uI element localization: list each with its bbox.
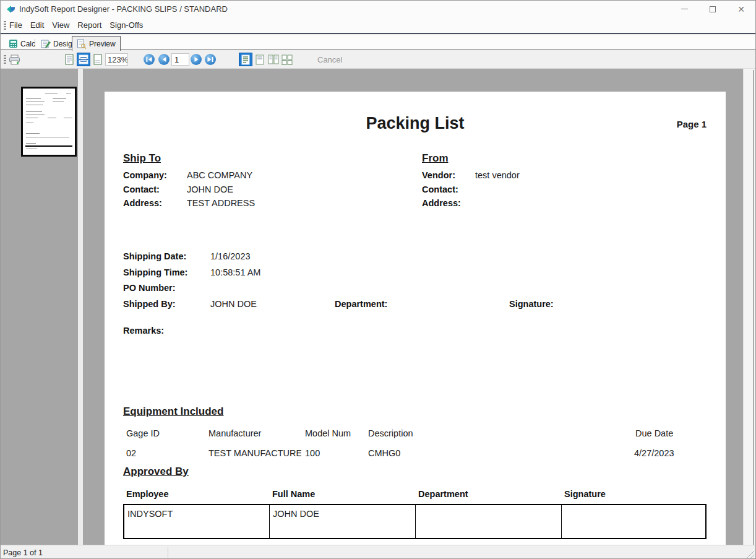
field-value: test vendor	[475, 170, 520, 180]
layout-single-page-button[interactable]	[239, 53, 252, 66]
report-title: Packing List	[105, 114, 726, 133]
minimize-button[interactable]	[670, 1, 698, 17]
field-value: TEST ADDRESS	[187, 198, 255, 208]
layout-continuous-button[interactable]	[253, 53, 267, 66]
menu-edit[interactable]: Edit	[30, 20, 44, 30]
last-page-icon	[207, 57, 213, 62]
approved-column-header: Department	[418, 489, 468, 499]
ship-to-heading: Ship To	[123, 152, 161, 165]
field-label: Shipping Date:	[123, 251, 186, 261]
preview-icon	[77, 39, 87, 49]
status-bar: Page 1 of 1	[1, 545, 755, 559]
equipment-column-header: Model Num	[305, 428, 351, 438]
tab-preview-label: Preview	[89, 40, 116, 48]
field-label: Address:	[123, 198, 162, 208]
field-label: Contact:	[422, 184, 458, 194]
cancel-button[interactable]: Cancel	[317, 55, 342, 64]
continuous-pages-icon	[256, 54, 264, 65]
next-page-icon	[194, 57, 199, 62]
signature-label: Signature:	[509, 299, 554, 309]
field-value: JOHN DOE	[187, 184, 233, 194]
approved-by-heading: Approved By	[123, 466, 189, 478]
tab-strip: Calc Design Preview	[1, 35, 755, 50]
approved-cell: INDYSOFT	[124, 505, 270, 538]
field-label: Address:	[422, 198, 461, 208]
app-icon	[6, 4, 16, 14]
print-button[interactable]	[7, 53, 23, 66]
layout-two-pages-button[interactable]	[267, 53, 280, 66]
equipment-cell: CMHG0	[368, 448, 400, 458]
status-page-text: Page 1 of 1	[3, 548, 43, 557]
tab-preview[interactable]: Preview	[72, 36, 121, 51]
field-value: JOHN DOE	[210, 299, 257, 309]
previous-page-button[interactable]	[158, 54, 170, 65]
equipment-heading: Equipment Included	[123, 405, 223, 418]
first-page-button[interactable]	[144, 54, 155, 65]
layout-multiple-pages-button[interactable]	[280, 53, 294, 66]
field-value: 10:58:51 AM	[210, 267, 260, 277]
zoom-level-field[interactable]: 123%	[105, 53, 128, 66]
zoom-page-width-button[interactable]	[77, 53, 90, 66]
approved-column-header: Signature	[564, 489, 606, 499]
last-page-button[interactable]	[205, 54, 216, 65]
page-number-input[interactable]	[171, 53, 189, 66]
approved-cell	[562, 505, 705, 538]
equipment-cell: 4/27/2023	[634, 448, 674, 458]
field-label: Shipping Time:	[123, 267, 187, 277]
title-bar: IndySoft Report Designer - PACKING SLIPS…	[1, 1, 755, 17]
window-title: IndySoft Report Designer - PACKING SLIPS…	[19, 4, 228, 14]
approved-cell: JOHN DOE	[270, 505, 416, 538]
menu-file[interactable]: File	[9, 20, 22, 30]
tab-calc-label: Calc	[20, 40, 35, 48]
printer-icon	[9, 54, 21, 65]
report-page-number: Page 1	[677, 119, 707, 129]
approved-cell	[416, 505, 562, 538]
approved-column-header: Employee	[126, 489, 169, 499]
app-window: IndySoft Report Designer - PACKING SLIPS…	[0, 0, 756, 559]
menu-gripper[interactable]	[4, 21, 6, 30]
zoom-100-button[interactable]	[91, 53, 105, 66]
scrollbar-track-line	[753, 70, 754, 545]
multiple-pages-icon	[281, 54, 293, 65]
equipment-column-header: Description	[368, 428, 413, 438]
thumbnail-panel	[1, 69, 78, 545]
vertical-scrollbar[interactable]	[743, 69, 756, 545]
fit-width-icon	[78, 54, 89, 64]
preview-toolbar: 123%	[1, 51, 755, 69]
menu-report[interactable]: Report	[77, 20, 101, 30]
content-area: Packing List Page 1 Ship To Company: ABC…	[1, 69, 756, 545]
resize-grip[interactable]	[745, 550, 754, 558]
equipment-column-header: Due Date	[635, 428, 673, 438]
maximize-button[interactable]	[698, 1, 727, 17]
equipment-column-header: Gage ID	[126, 428, 160, 438]
first-page-icon	[146, 57, 152, 62]
report-page: Packing List Page 1 Ship To Company: ABC…	[105, 92, 726, 545]
close-button[interactable]: ✕	[727, 1, 755, 17]
equipment-column-header: Manufacturer	[208, 428, 261, 438]
remarks-label: Remarks:	[123, 326, 164, 336]
menu-bar: File Edit View Report Sign-Offs	[1, 17, 755, 34]
equipment-cell: 02	[126, 448, 136, 458]
equipment-cell: TEST MANUFACTURER	[208, 448, 301, 458]
design-icon	[41, 39, 51, 48]
field-label: Shipped By:	[123, 299, 176, 309]
preview-area: Packing List Page 1 Ship To Company: ABC…	[83, 69, 743, 545]
zoom-whole-page-button[interactable]	[62, 53, 76, 66]
field-label: PO Number:	[123, 283, 176, 293]
field-value: 1/16/2023	[210, 251, 251, 261]
page-thumbnail[interactable]	[21, 87, 77, 157]
equipment-cell: 100	[305, 448, 320, 458]
field-label: Vendor:	[422, 170, 455, 180]
calculator-icon	[9, 39, 18, 48]
status-divider	[168, 547, 168, 558]
menu-sign-offs[interactable]: Sign-Offs	[110, 20, 143, 30]
approved-column-header: Full Name	[272, 489, 315, 499]
from-heading: From	[422, 152, 449, 165]
menu-view[interactable]: View	[52, 20, 69, 30]
next-page-button[interactable]	[191, 54, 202, 65]
zoom-100-icon	[93, 54, 103, 65]
two-pages-icon	[268, 54, 279, 64]
toolbar-gripper[interactable]	[4, 55, 6, 64]
panel-splitter[interactable]	[78, 69, 83, 545]
single-page-icon	[241, 54, 250, 65]
